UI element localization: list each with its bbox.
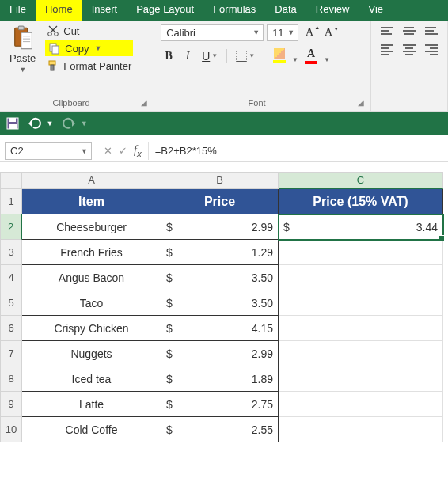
fill-color-button[interactable] — [270, 47, 289, 65]
col-header-a[interactable]: A — [22, 172, 161, 189]
cell-b1[interactable]: Price — [161, 189, 279, 214]
chevron-down-icon: ▼ — [287, 28, 294, 36]
cell-c9[interactable] — [279, 392, 443, 417]
enter-formula-button[interactable]: ✓ — [119, 145, 127, 157]
cut-button[interactable]: Cut — [45, 24, 133, 38]
cell-b2[interactable]: $2.99 — [161, 214, 279, 240]
redo-button[interactable]: ▼ — [61, 116, 87, 131]
cell-b6[interactable]: $4.15 — [161, 316, 279, 341]
cell-c4[interactable] — [279, 265, 443, 290]
align-top-button[interactable] — [378, 25, 397, 36]
tab-home[interactable]: Home — [36, 0, 82, 21]
increase-font-size-button[interactable]: A — [302, 25, 317, 40]
cell-a8[interactable]: Iced tea — [22, 366, 161, 392]
row-header[interactable]: 4 — [0, 265, 22, 290]
cell-b9[interactable]: $2.75 — [161, 392, 279, 417]
row-header[interactable]: 7 — [0, 341, 22, 366]
tab-view[interactable]: Vie — [359, 0, 393, 21]
cell-b4[interactable]: $3.50 — [161, 265, 279, 290]
tab-data[interactable]: Data — [265, 0, 306, 21]
cell-c1[interactable]: Price (15% VAT) — [279, 189, 443, 214]
cell-a2[interactable]: Cheeseburger — [22, 214, 161, 240]
cell-a9[interactable]: Latte — [22, 392, 161, 417]
paste-button[interactable]: Paste ▼ — [6, 24, 39, 75]
row-header[interactable]: 2 — [0, 214, 22, 240]
scissors-icon — [47, 25, 59, 37]
chevron-down-icon: ▼ — [252, 28, 260, 36]
chevron-down-icon[interactable]: ▼ — [292, 56, 298, 63]
col-header-c[interactable]: C — [279, 172, 443, 189]
copy-button[interactable]: Copy ▼ — [45, 40, 133, 56]
tab-review[interactable]: Review — [306, 0, 359, 21]
row-header[interactable]: 5 — [0, 290, 22, 316]
cell-b5[interactable]: $3.50 — [161, 290, 279, 316]
select-all-corner[interactable] — [0, 172, 22, 189]
align-bottom-icon — [425, 27, 438, 35]
spreadsheet-grid[interactable]: A B C 1 Item Price Price (15% VAT) 2 Che… — [0, 172, 448, 442]
cell-c6[interactable] — [279, 316, 443, 341]
align-left-button[interactable] — [378, 43, 397, 57]
cell-b10[interactable]: $2.55 — [161, 417, 279, 442]
row-header[interactable]: 6 — [0, 316, 22, 341]
row-header[interactable]: 9 — [0, 392, 22, 417]
align-center-button[interactable] — [400, 43, 419, 57]
align-middle-button[interactable] — [400, 25, 419, 36]
dialog-launcher-icon[interactable]: ◢ — [136, 98, 147, 107]
cell-a6[interactable]: Crispy Chicken — [22, 316, 161, 341]
cell-b3[interactable]: $1.29 — [161, 240, 279, 265]
chevron-down-icon[interactable]: ▼ — [324, 56, 330, 63]
insert-function-button[interactable]: fx — [134, 144, 142, 158]
cell-a10[interactable]: Cold Coffe — [22, 417, 161, 442]
col-header-b[interactable]: B — [161, 172, 279, 189]
cell-c3[interactable] — [279, 240, 443, 265]
svg-rect-16 — [9, 124, 17, 129]
chevron-down-icon: ▼ — [81, 147, 88, 155]
svg-point-7 — [55, 32, 59, 36]
font-size-select[interactable]: 11▼ — [267, 24, 298, 41]
cell-b8[interactable]: $1.89 — [161, 366, 279, 392]
align-bottom-button[interactable] — [422, 25, 441, 36]
underline-button[interactable]: U▼ — [199, 48, 221, 64]
cell-a1[interactable]: Item — [22, 189, 161, 214]
decrease-font-size-button[interactable]: A — [321, 25, 336, 40]
align-right-button[interactable] — [422, 43, 441, 57]
cell-a4[interactable]: Angus Bacon — [22, 265, 161, 290]
separator — [226, 49, 227, 63]
row-header[interactable]: 10 — [0, 417, 22, 442]
cell-b7[interactable]: $2.99 — [161, 341, 279, 366]
paint-bucket-icon — [274, 48, 285, 59]
font-name-select[interactable]: Calibri▼ — [161, 24, 264, 41]
dialog-launcher-icon[interactable]: ◢ — [353, 98, 364, 107]
svg-rect-11 — [52, 46, 59, 54]
formula-input[interactable]: =B2+B2*15% — [148, 142, 448, 160]
bold-button[interactable]: B — [161, 48, 177, 64]
undo-button[interactable]: ▼ — [27, 116, 53, 131]
group-clipboard: Paste ▼ Cut Copy ▼ Format Painter C — [0, 21, 154, 111]
svg-rect-1 — [18, 26, 24, 30]
cell-c8[interactable] — [279, 366, 443, 392]
align-left-icon — [381, 44, 393, 55]
cell-c7[interactable] — [279, 341, 443, 366]
format-painter-button[interactable]: Format Painter — [45, 59, 133, 73]
cell-c2[interactable]: $3.44 — [279, 214, 443, 240]
svg-rect-12 — [49, 61, 55, 65]
tab-file[interactable]: File — [0, 0, 36, 21]
italic-button[interactable]: I — [180, 48, 196, 64]
paste-label: Paste — [9, 52, 36, 64]
cell-a7[interactable]: Nuggets — [22, 341, 161, 366]
row-header[interactable]: 3 — [0, 240, 22, 265]
save-button[interactable] — [6, 117, 19, 130]
name-box[interactable]: C2▼ — [5, 142, 92, 160]
cell-c5[interactable] — [279, 290, 443, 316]
cell-c10[interactable] — [279, 417, 443, 442]
row-header[interactable]: 1 — [0, 189, 22, 214]
row-header[interactable]: 8 — [0, 366, 22, 392]
tab-insert[interactable]: Insert — [82, 0, 127, 21]
font-color-button[interactable]: A — [302, 46, 321, 66]
cancel-formula-button[interactable]: ✕ — [104, 145, 112, 157]
cell-a3[interactable]: French Fries — [22, 240, 161, 265]
tab-page-layout[interactable]: Page Layout — [127, 0, 203, 21]
cell-a5[interactable]: Taco — [22, 290, 161, 316]
borders-button[interactable]: ▼ — [233, 49, 258, 63]
tab-formulas[interactable]: Formulas — [203, 0, 265, 21]
